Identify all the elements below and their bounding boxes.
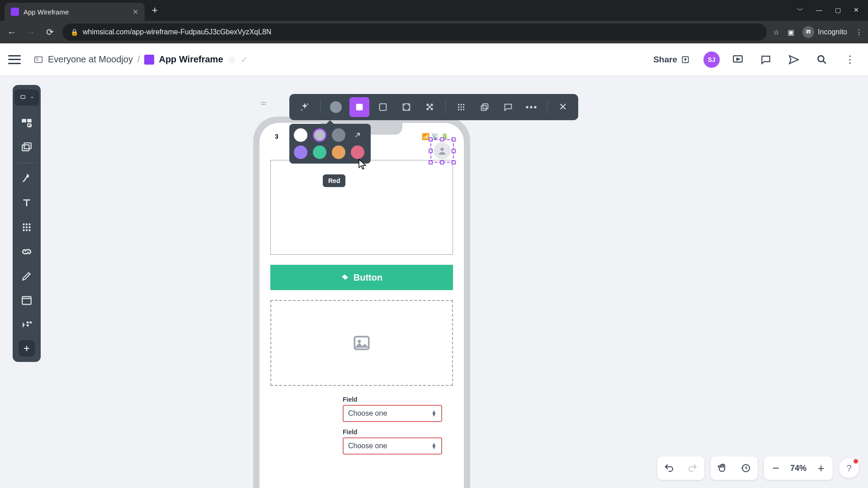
ctx-fill-frame[interactable] bbox=[396, 97, 416, 117]
select-value: Choose one bbox=[348, 442, 387, 450]
url-field[interactable]: 🔒 whimsical.com/app-wireframe-Fudpau5J3c… bbox=[62, 23, 767, 41]
svg-rect-23 bbox=[30, 321, 32, 323]
selected-element[interactable] bbox=[428, 136, 457, 165]
swatch-purple[interactable] bbox=[294, 145, 307, 159]
expand-colors-icon[interactable] bbox=[351, 128, 364, 142]
ctx-color-button[interactable] bbox=[326, 97, 346, 117]
tool-text[interactable] bbox=[18, 194, 36, 212]
resize-handle[interactable] bbox=[452, 160, 456, 164]
field-select-1[interactable]: Choose one ▲▼ bbox=[343, 405, 442, 422]
svg-point-13 bbox=[23, 223, 24, 225]
field-select-2[interactable]: Choose one ▲▼ bbox=[343, 437, 442, 455]
wireframe-box[interactable] bbox=[270, 160, 453, 255]
star-icon[interactable]: ☆ bbox=[228, 54, 236, 65]
incognito-icon bbox=[802, 26, 814, 38]
resize-handle[interactable] bbox=[429, 137, 433, 141]
zoom-out-button[interactable]: − bbox=[764, 456, 788, 480]
drag-handle-icon[interactable] bbox=[259, 100, 268, 110]
help-button[interactable]: ? bbox=[839, 458, 859, 478]
browser-menu-icon[interactable]: ⋮ bbox=[855, 28, 863, 37]
tool-connector[interactable] bbox=[18, 169, 36, 188]
tool-frame[interactable] bbox=[18, 138, 36, 156]
ctx-duplicate-icon[interactable] bbox=[475, 97, 495, 117]
ctx-comment-icon[interactable] bbox=[498, 97, 518, 117]
comments-button[interactable] bbox=[756, 50, 776, 70]
svg-point-50 bbox=[458, 109, 459, 110]
browser-tab[interactable]: App Wireframe ✕ bbox=[5, 3, 145, 21]
tool-add[interactable]: + bbox=[19, 340, 35, 357]
tool-section[interactable] bbox=[18, 291, 36, 310]
tool-pencil[interactable] bbox=[18, 267, 36, 285]
swatch-gray[interactable] bbox=[332, 128, 345, 142]
canvas[interactable]: + 3 📶 📡 🔋 bbox=[0, 76, 868, 488]
avatar-element[interactable] bbox=[434, 142, 451, 160]
wireframe-button[interactable]: Button bbox=[270, 265, 453, 290]
hand-tool-button[interactable] bbox=[711, 456, 734, 480]
phone-frame[interactable]: 3 📶 📡 🔋 bbox=[253, 117, 470, 488]
chevron-down-icon[interactable]: ﹀ bbox=[797, 6, 803, 14]
zoom-level[interactable]: 74% bbox=[788, 464, 809, 473]
present-button[interactable] bbox=[728, 50, 748, 70]
menu-button[interactable] bbox=[8, 55, 21, 64]
maximize-icon[interactable]: ▢ bbox=[835, 6, 841, 14]
extensions-icon[interactable]: ▣ bbox=[788, 28, 794, 37]
tool-link[interactable] bbox=[18, 243, 36, 261]
ctx-fill-outline[interactable] bbox=[373, 97, 393, 117]
tool-iconset[interactable] bbox=[18, 316, 36, 334]
check-icon[interactable]: ✓ bbox=[241, 54, 248, 65]
close-window-icon[interactable]: ✕ bbox=[854, 6, 859, 14]
resize-handle[interactable] bbox=[452, 137, 456, 141]
more-menu-button[interactable]: ⋮ bbox=[840, 50, 860, 70]
ctx-fill-checker[interactable] bbox=[420, 97, 440, 117]
resize-handle[interactable] bbox=[429, 149, 433, 153]
ctx-close-icon[interactable]: ✕ bbox=[553, 97, 573, 117]
caret-icon: ▲▼ bbox=[431, 410, 437, 417]
forward-button[interactable]: → bbox=[24, 27, 37, 38]
breadcrumb-title[interactable]: App Wireframe bbox=[159, 54, 223, 65]
lock-icon: 🔒 bbox=[71, 28, 78, 36]
tool-mode-dropdown[interactable] bbox=[14, 89, 39, 106]
resize-handle[interactable] bbox=[429, 160, 433, 164]
new-tab-button[interactable]: + bbox=[148, 5, 161, 16]
ctx-more-icon[interactable]: ••• bbox=[522, 97, 542, 117]
undo-button[interactable] bbox=[657, 456, 681, 480]
search-button[interactable] bbox=[812, 50, 832, 70]
ctx-ai-icon[interactable] bbox=[295, 97, 315, 117]
svg-point-25 bbox=[261, 102, 263, 103]
zoom-in-button[interactable]: + bbox=[809, 456, 833, 480]
swatch-orange[interactable] bbox=[332, 145, 345, 159]
incognito-label: Incognito bbox=[818, 28, 847, 36]
swatch-white[interactable] bbox=[294, 128, 307, 142]
minimize-icon[interactable]: ― bbox=[816, 6, 822, 14]
reload-button[interactable]: ⟳ bbox=[43, 27, 56, 38]
tab-close-icon[interactable]: ✕ bbox=[132, 8, 138, 16]
svg-point-19 bbox=[23, 229, 24, 231]
tool-components[interactable] bbox=[18, 114, 36, 132]
wireframe-image-placeholder[interactable] bbox=[270, 300, 453, 386]
send-button[interactable] bbox=[784, 50, 804, 70]
select-value: Choose one bbox=[348, 409, 387, 418]
resize-handle[interactable] bbox=[440, 160, 444, 164]
tool-grid[interactable] bbox=[18, 218, 36, 236]
ctx-grid-icon[interactable] bbox=[451, 97, 471, 117]
bookmark-icon[interactable]: ☆ bbox=[773, 28, 779, 37]
svg-rect-2 bbox=[35, 56, 42, 62]
svg-point-35 bbox=[301, 109, 302, 111]
swatch-red[interactable] bbox=[351, 145, 364, 159]
svg-rect-37 bbox=[380, 104, 387, 111]
resize-handle[interactable] bbox=[440, 137, 444, 141]
user-avatar[interactable]: SJ bbox=[703, 52, 720, 68]
breadcrumb-workspace[interactable]: Everyone at Moodjoy bbox=[48, 54, 133, 65]
tab-title: App Wireframe bbox=[24, 8, 128, 16]
share-button[interactable]: Share bbox=[648, 51, 695, 68]
redo-button[interactable] bbox=[681, 456, 704, 480]
svg-rect-9 bbox=[27, 119, 32, 122]
resize-handle[interactable] bbox=[452, 149, 456, 153]
history-button[interactable] bbox=[734, 456, 758, 480]
ctx-fill-solid[interactable] bbox=[349, 97, 369, 117]
back-button[interactable]: ← bbox=[5, 27, 18, 38]
svg-rect-41 bbox=[429, 106, 431, 108]
svg-point-26 bbox=[263, 102, 264, 103]
swatch-green[interactable] bbox=[313, 145, 326, 159]
swatch-light-gray[interactable] bbox=[313, 128, 326, 142]
